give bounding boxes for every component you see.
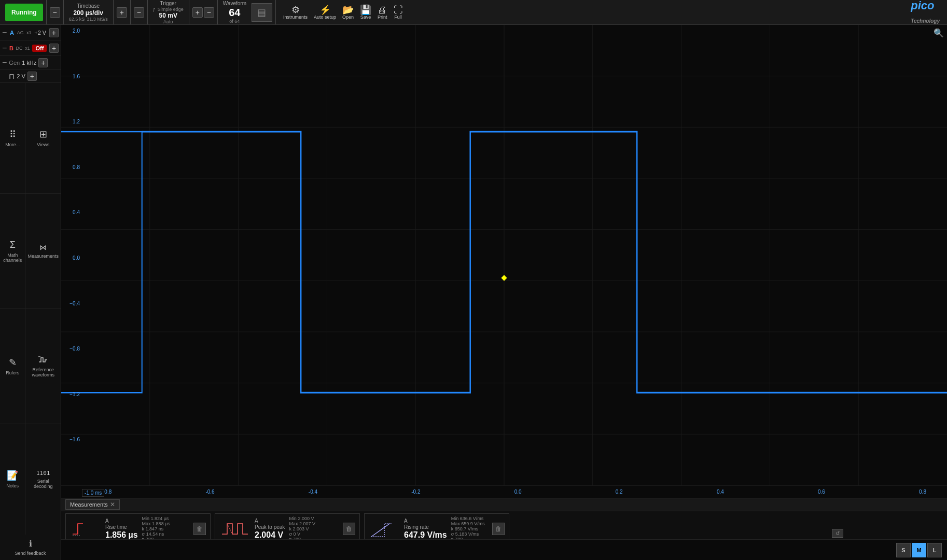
timebase-plus-button[interactable]: + <box>117 7 127 18</box>
rise-time-delete-button[interactable]: 🗑 <box>193 523 206 535</box>
channel-a-value: +2 V <box>34 30 46 36</box>
toolbar-icons: ⚙ Instruments ⚡ Auto setup 📂 Open 💾 Save… <box>280 4 406 21</box>
peak-to-peak-delete-button[interactable]: 🗑 <box>343 523 355 535</box>
x-label-0.6: 0.6 <box>818 489 825 495</box>
sidebar-tool-math-channels[interactable]: Σ Math channels <box>0 194 25 309</box>
trigger-plus-button[interactable]: + <box>192 7 203 18</box>
channel-b-plus[interactable]: + <box>49 44 59 53</box>
send-feedback-label: Send feedback <box>15 551 46 556</box>
run-button[interactable]: Running <box>5 4 43 21</box>
rising-rate-info: A Rising rate 647.9 V/ms <box>404 518 447 540</box>
pico-logo: picoTechnology <box>911 0 945 26</box>
full-button[interactable]: ⛶ Full <box>391 4 406 21</box>
x-label-0.4: 0.4 <box>717 489 724 495</box>
trigger-minus2-button[interactable]: − <box>204 7 214 18</box>
x-axis: -1.0 ms -0.8 -0.6 -0.4 -0.2 0.0 0.2 0.4 … <box>61 485 947 498</box>
channel-a-coupling: AC <box>17 30 24 35</box>
sidebar-tools: ⠿ More... ⊞ Views Σ Math channels ⋈ Meas… <box>0 83 61 535</box>
rise-time-stats: Min 1.824 µs Max 1.888 µs k 1.847 ns σ 1… <box>142 516 170 542</box>
save-button[interactable]: 💾 Save <box>357 4 374 21</box>
measurements-tab-close[interactable]: ✕ <box>110 501 115 508</box>
full-label: Full <box>394 15 402 20</box>
channel-a-control[interactable]: − A AC x1 +2 V + <box>0 25 61 40</box>
sidebar-tool-reference-waveforms[interactable]: Reference waveforms <box>25 309 61 424</box>
send-feedback-button[interactable]: ℹ Send feedback <box>0 535 61 560</box>
y-axis-labels: 2.0 1.6 1.2 0.8 0.4 0.0 −0.4 −0.8 −1.2 −… <box>61 25 82 485</box>
y-label--1.2: −1.2 <box>61 391 82 397</box>
gen-control-1[interactable]: − Gen 1 kHz + <box>0 56 61 69</box>
rising-rate-stats: Min 636.6 V/ms Max 659.9 V/ms k 650.7 V/… <box>451 516 485 542</box>
gen-label: Gen <box>9 60 20 66</box>
x-label--0.2: -0.2 <box>411 489 420 495</box>
zoom-icon[interactable]: 🔍 <box>934 28 944 38</box>
main-area: − A AC x1 +2 V + − B DC x1 Off + − Gen 1… <box>0 25 947 560</box>
serial-decoding-icon: 1101 <box>36 470 50 477</box>
peak-to-peak-waveform-icon <box>219 519 250 539</box>
measurements-tab-label: Measurements <box>70 501 108 508</box>
x-label-0.2: 0.2 <box>616 489 623 495</box>
m-button[interactable]: M <box>912 543 926 557</box>
rising-rate-k: k 650.7 V/ms <box>451 526 485 531</box>
math-channels-icon: Σ <box>10 240 16 250</box>
time-offset-label: -1.0 ms <box>82 489 104 497</box>
channel-b-minus[interactable]: − <box>2 44 7 53</box>
timebase-value: 200 µs/div <box>73 9 103 17</box>
measurements-header: Measurements ✕ <box>61 498 947 511</box>
l-button[interactable]: L <box>927 543 942 557</box>
x-label--0.6: -0.6 <box>205 489 214 495</box>
x-label--0.4: -0.4 <box>309 489 317 495</box>
sidebar-tool-views[interactable]: ⊞ Views <box>25 83 61 193</box>
waveform-value: 64 <box>229 7 240 19</box>
gen-wave-icon: ⊓ <box>9 72 15 80</box>
sidebar-tool-notes[interactable]: 📝 Notes <box>0 424 25 535</box>
x-label-0.8: 0.8 <box>919 489 926 495</box>
gen-minus[interactable]: − <box>2 58 7 67</box>
run-section: Running <box>2 0 47 24</box>
timebase-minus-button[interactable]: − <box>50 7 60 18</box>
channel-b-control[interactable]: − B DC x1 Off + <box>0 40 61 56</box>
trigger-plus-section: + − <box>189 0 218 24</box>
reset-button[interactable]: ↺ <box>832 529 843 538</box>
rise-time-info: A Rise time 1.856 µs <box>105 518 138 540</box>
instruments-label: Instruments <box>283 15 308 20</box>
sample-rate-value: 31.3 MS/s <box>87 17 108 22</box>
scope-canvas[interactable]: 2.0 1.6 1.2 0.8 0.4 0.0 −0.4 −0.8 −1.2 −… <box>61 25 947 485</box>
rising-rate-min: Min 636.6 V/ms <box>451 516 485 521</box>
trigger-label: Trigger <box>160 1 176 7</box>
gen-plus[interactable]: + <box>38 58 48 67</box>
measurements-tab[interactable]: Measurements ✕ <box>65 499 120 510</box>
channel-b-off[interactable]: Off <box>32 45 47 52</box>
svg-line-20 <box>371 524 389 537</box>
sidebar-tool-rulers[interactable]: ✎ Rulers <box>0 309 25 424</box>
sidebar-tool-serial-decoding[interactable]: 1101 Serial decoding <box>25 424 61 535</box>
peak-to-peak-k: k 2.003 V <box>289 526 315 531</box>
sidebar-tool-measurements[interactable]: ⋈ Measurements <box>25 194 61 309</box>
sidebar: − A AC x1 +2 V + − B DC x1 Off + − Gen 1… <box>0 25 61 560</box>
rising-rate-delete-button[interactable]: 🗑 <box>492 523 505 535</box>
instruments-button[interactable]: ⚙ Instruments <box>280 4 311 21</box>
channel-a-scale: x1 <box>26 30 32 35</box>
gen-volt-plus[interactable]: + <box>27 72 37 81</box>
open-button[interactable]: 📂 Open <box>339 4 357 21</box>
bottom-bar: S M L ↺ <box>61 539 947 560</box>
waveform-of: of 64 <box>229 19 240 24</box>
rulers-label: Rulers <box>6 370 19 375</box>
y-label-0.0: 0.0 <box>61 255 82 261</box>
channel-a-label: A <box>10 30 14 36</box>
save-icon: 💾 <box>360 5 371 15</box>
serial-decoding-label: Serial decoding <box>27 479 59 489</box>
auto-setup-button[interactable]: ⚡ Auto setup <box>311 4 339 21</box>
waveform-label: Waveform <box>223 1 246 7</box>
y-label--1.6: −1.6 <box>61 437 82 442</box>
trigger-section: Trigger ƒ Simple edge 50 mV Auto <box>148 0 189 24</box>
sidebar-tool-more[interactable]: ⠿ More... <box>0 83 25 193</box>
channel-a-minus[interactable]: − <box>2 28 7 37</box>
gen-control-2[interactable]: − ⊓ 2 V + <box>0 69 61 83</box>
channel-a-plus[interactable]: + <box>49 28 59 37</box>
y-label-1.6: 1.6 <box>61 74 82 79</box>
toolbar: Running − Timebase 200 µs/div 62.5 kS 31… <box>0 0 947 25</box>
rise-time-max: Max 1.888 µs <box>142 521 170 526</box>
s-button[interactable]: S <box>896 543 911 557</box>
trigger-minus-button[interactable]: − <box>134 7 144 18</box>
print-button[interactable]: 🖨 Print <box>374 4 391 21</box>
